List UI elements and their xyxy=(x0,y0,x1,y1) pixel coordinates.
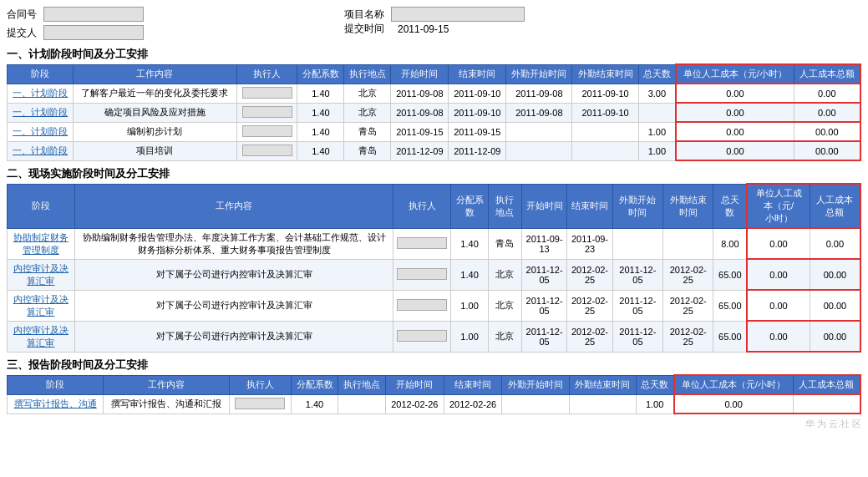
totalcost-cell[interactable] xyxy=(793,394,860,414)
outstart-cell: 2011-12-05 xyxy=(612,259,662,290)
submit-time-label: 提交时间 xyxy=(344,22,384,36)
stage-cell: 内控审计及决算汇审 xyxy=(8,321,75,352)
coeff-cell: 1.00 xyxy=(451,321,488,352)
th-coeff-2: 分配系数 xyxy=(451,184,488,228)
coeff-cell: 1.40 xyxy=(451,259,488,290)
location-cell: 北京 xyxy=(488,259,521,290)
location-cell: 北京 xyxy=(488,321,521,352)
th-exec-2: 执行人 xyxy=(393,184,451,228)
start-cell: 2012-02-26 xyxy=(385,394,444,414)
stage-cell: 撰写审计报告、沟通 xyxy=(8,394,104,414)
th-exec-3: 执行人 xyxy=(230,375,292,394)
table-row: 内控审计及决算汇审对下属子公司进行内控审计及决算汇审1.00北京2011-12-… xyxy=(8,290,861,321)
days-cell: 8.00 xyxy=(713,228,747,259)
outend-cell xyxy=(572,122,638,141)
submitter-value xyxy=(43,25,144,40)
section3-title: 三、报告阶段时间及分工安排 xyxy=(7,358,861,373)
project-row: 项目名称 xyxy=(344,7,525,22)
coeff-cell: 1.40 xyxy=(297,141,344,160)
days-cell: 1.00 xyxy=(638,122,676,141)
table-row: 内控审计及决算汇审对下属子公司进行内控审计及决算汇审1.40北京2011-12-… xyxy=(8,259,861,290)
outend-cell xyxy=(572,141,638,160)
unitcost-cell[interactable]: 0.00 xyxy=(747,228,810,259)
totalcost-cell[interactable]: 00.00 xyxy=(794,122,860,141)
th-loc-1: 执行地点 xyxy=(344,64,391,84)
unitcost-cell[interactable]: 0.00 xyxy=(747,321,810,352)
start-cell: 2011-09-08 xyxy=(391,103,449,122)
end-cell: 2012-02-25 xyxy=(567,259,612,290)
start-cell: 2011-09-13 xyxy=(521,228,566,259)
stage-cell: 一、计划阶段 xyxy=(8,103,74,122)
work-cell: 确定项目风险及应对措施 xyxy=(74,103,236,122)
th-start-1: 开始时间 xyxy=(391,64,449,84)
table-row: 一、计划阶段项目培训1.40青岛2011-12-092011-12-091.00… xyxy=(8,141,861,160)
contract-label: 合同号 xyxy=(7,8,37,22)
submitter-row: 提交人 xyxy=(7,25,144,40)
unitcost-cell[interactable]: 0.00 xyxy=(676,103,794,122)
outstart-cell: 2011-09-08 xyxy=(506,103,572,122)
work-cell: 对下属子公司进行内控审计及决算汇审 xyxy=(74,259,393,290)
outend-cell: 2011-09-10 xyxy=(572,84,638,103)
executor-cell[interactable] xyxy=(236,122,297,141)
th-coeff-3: 分配系数 xyxy=(291,375,338,394)
header-section: 合同号 提交人 项目名称 提交时间 2011-09-15 xyxy=(7,7,861,40)
table-row: 协助制定财务管理制度协助编制财务报告管理办法、年度决算工作方案、会计基础工作规范… xyxy=(8,228,861,259)
section1-table: 阶段 工作内容 执行人 分配系数 执行地点 开始时间 结束时间 外勤开始时间 外… xyxy=(7,63,861,161)
outstart-cell xyxy=(612,228,662,259)
th-coeff-1: 分配系数 xyxy=(297,64,344,84)
work-cell: 了解客户最近一年的变化及委托要求 xyxy=(74,84,236,103)
project-value xyxy=(391,7,525,22)
section1-title: 一、计划阶段时间及分工安排 xyxy=(7,47,861,62)
section2-title: 二、现场实施阶段时间及分工安排 xyxy=(7,166,861,181)
th-outend-2: 外勤结束时间 xyxy=(663,184,713,228)
unitcost-cell[interactable]: 0.00 xyxy=(676,141,794,160)
executor-cell[interactable] xyxy=(230,394,292,414)
section2-table: 阶段 工作内容 执行人 分配系数 执行地点 开始时间 结束时间 外勤开始时间 外… xyxy=(7,183,861,353)
executor-cell[interactable] xyxy=(393,321,451,352)
totalcost-cell[interactable]: 00.00 xyxy=(810,290,860,321)
totalcost-cell[interactable]: 0.00 xyxy=(810,228,860,259)
coeff-cell: 1.40 xyxy=(297,84,344,103)
th-end-3: 结束时间 xyxy=(444,375,502,394)
totalcost-cell[interactable]: 0.00 xyxy=(794,84,860,103)
th-outstart-3: 外勤开始时间 xyxy=(502,375,569,394)
start-cell: 2011-12-09 xyxy=(391,141,449,160)
project-label: 项目名称 xyxy=(344,8,384,22)
totalcost-cell[interactable]: 0.00 xyxy=(794,103,860,122)
executor-cell[interactable] xyxy=(393,228,451,259)
outstart-cell: 2011-12-05 xyxy=(612,290,662,321)
unitcost-cell[interactable]: 0.00 xyxy=(747,290,810,321)
section1-header-row: 阶段 工作内容 执行人 分配系数 执行地点 开始时间 结束时间 外勤开始时间 外… xyxy=(8,64,861,84)
executor-cell[interactable] xyxy=(236,103,297,122)
th-work-1: 工作内容 xyxy=(74,64,236,84)
th-exec-1: 执行人 xyxy=(236,64,297,84)
th-start-3: 开始时间 xyxy=(385,375,444,394)
days-cell: 1.00 xyxy=(636,394,673,414)
days-cell: 65.00 xyxy=(713,321,747,352)
location-cell xyxy=(338,394,386,414)
executor-cell[interactable] xyxy=(393,290,451,321)
unitcost-cell[interactable]: 0.00 xyxy=(674,394,794,414)
executor-cell[interactable] xyxy=(236,84,297,103)
executor-cell[interactable] xyxy=(236,141,297,160)
work-cell: 撰写审计报告、沟通和汇报 xyxy=(104,394,230,414)
outstart-cell xyxy=(506,141,572,160)
unitcost-cell[interactable]: 0.00 xyxy=(747,259,810,290)
totalcost-cell[interactable]: 00.00 xyxy=(810,321,860,352)
stage-cell: 一、计划阶段 xyxy=(8,122,74,141)
unitcost-cell[interactable]: 0.00 xyxy=(676,122,794,141)
unitcost-cell[interactable]: 0.00 xyxy=(676,84,794,103)
stage-cell: 一、计划阶段 xyxy=(8,141,74,160)
days-cell: 65.00 xyxy=(713,290,747,321)
end-cell: 2011-09-23 xyxy=(567,228,612,259)
th-days-1: 总天数 xyxy=(638,64,676,84)
executor-cell[interactable] xyxy=(393,259,451,290)
th-end-2: 结束时间 xyxy=(567,184,612,228)
totalcost-cell[interactable]: 00.00 xyxy=(794,141,860,160)
location-cell: 北京 xyxy=(344,84,391,103)
th-end-1: 结束时间 xyxy=(449,64,506,84)
table-row: 一、计划阶段确定项目风险及应对措施1.40北京2011-09-082011-09… xyxy=(8,103,861,122)
watermark: 华 为 云.社 区 xyxy=(7,418,861,430)
work-cell: 项目培训 xyxy=(74,141,236,160)
totalcost-cell[interactable]: 00.00 xyxy=(810,259,860,290)
